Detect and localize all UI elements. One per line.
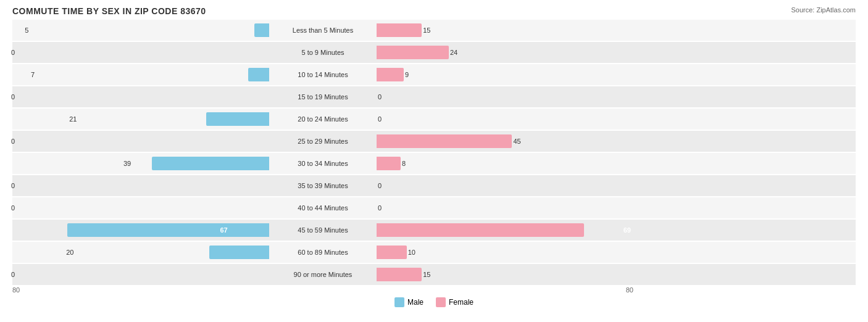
male-value: 0 <box>11 49 15 56</box>
female-bar <box>377 68 404 81</box>
table-row: 035 to 39 Minutes0 <box>12 175 856 196</box>
row-label: Less than 5 Minutes <box>272 27 374 34</box>
male-value: 0 <box>11 271 15 278</box>
table-row: 2120 to 24 Minutes0 <box>12 109 856 130</box>
female-value: 0 <box>378 115 382 123</box>
legend-male: Male <box>394 297 424 307</box>
male-value: 0 <box>11 182 15 189</box>
table-row: 090 or more Minutes15 <box>12 264 856 285</box>
male-value: 67 <box>220 226 227 234</box>
female-value: 45 <box>513 138 520 145</box>
male-bar <box>67 223 269 237</box>
row-label: 15 to 19 Minutes <box>272 93 374 101</box>
axis-left-max: 80 <box>12 286 20 294</box>
male-value: 5 <box>25 27 28 34</box>
female-value: 0 <box>378 182 382 189</box>
source-label: Source: ZipAtlas.com <box>791 6 856 14</box>
male-bar <box>209 246 270 259</box>
table-row: 025 to 29 Minutes45 <box>12 131 856 152</box>
female-bar <box>377 246 407 259</box>
female-value: 10 <box>408 249 415 256</box>
row-label: 40 to 44 Minutes <box>272 204 374 212</box>
chart-title: COMMUTE TIME BY SEX IN ZIP CODE 83670 <box>12 6 856 16</box>
row-label: 25 to 29 Minutes <box>272 138 374 145</box>
table-row: 3930 to 34 Minutes8 <box>12 153 856 174</box>
chart-container: COMMUTE TIME BY SEX IN ZIP CODE 83670 So… <box>0 0 868 322</box>
row-label: 35 to 39 Minutes <box>272 182 374 189</box>
female-bar <box>377 23 422 37</box>
table-row: 05 to 9 Minutes24 <box>12 42 856 63</box>
table-row: 5Less than 5 Minutes15 <box>12 20 856 41</box>
female-value: 0 <box>378 93 382 101</box>
female-value: 24 <box>450 49 457 56</box>
row-label: 60 to 89 Minutes <box>272 249 374 256</box>
legend-male-label: Male <box>407 298 424 307</box>
table-row: 040 to 44 Minutes0 <box>12 197 856 218</box>
male-value: 0 <box>11 93 15 101</box>
female-bar <box>377 268 422 281</box>
row-label: 20 to 24 Minutes <box>272 115 374 123</box>
axis-left: 80 <box>12 286 272 294</box>
female-value: 8 <box>402 160 406 167</box>
axis-row: 8080 <box>12 286 856 294</box>
row-label: 90 or more Minutes <box>272 271 374 278</box>
legend-female-box <box>436 297 446 307</box>
female-value: 15 <box>423 271 430 278</box>
legend-female: Female <box>436 297 474 307</box>
row-label: 10 to 14 Minutes <box>272 71 374 78</box>
table-row: 015 to 19 Minutes0 <box>12 86 856 107</box>
row-label: 30 to 34 Minutes <box>272 160 374 167</box>
legend-male-box <box>394 297 404 307</box>
male-value: 21 <box>69 115 77 123</box>
female-value: 15 <box>423 27 430 34</box>
female-value: 69 <box>624 226 631 234</box>
male-value: 39 <box>123 160 131 167</box>
male-bar <box>206 112 269 126</box>
male-value: 0 <box>11 204 15 212</box>
table-row: 6745 to 59 Minutes69 <box>12 220 856 241</box>
male-value: 20 <box>66 249 73 256</box>
male-bar <box>254 23 269 37</box>
female-bar <box>377 46 449 59</box>
axis-right-max: 80 <box>626 286 633 294</box>
female-bar <box>377 157 401 170</box>
female-bar <box>377 134 512 148</box>
male-bar <box>152 157 269 170</box>
legend: Male Female <box>12 297 856 307</box>
male-value: 7 <box>31 71 35 78</box>
male-value: 0 <box>11 138 15 145</box>
female-value: 9 <box>405 71 409 78</box>
legend-female-label: Female <box>449 298 474 307</box>
male-bar <box>248 68 269 81</box>
axis-right: 80 <box>374 286 633 294</box>
row-label: 45 to 59 Minutes <box>272 226 374 234</box>
row-label: 5 to 9 Minutes <box>272 49 374 56</box>
table-row: 2060 to 89 Minutes10 <box>12 242 856 263</box>
female-bar <box>377 223 584 237</box>
table-row: 710 to 14 Minutes9 <box>12 64 856 85</box>
female-value: 0 <box>378 204 382 212</box>
chart-area: 5Less than 5 Minutes1505 to 9 Minutes247… <box>12 20 856 294</box>
